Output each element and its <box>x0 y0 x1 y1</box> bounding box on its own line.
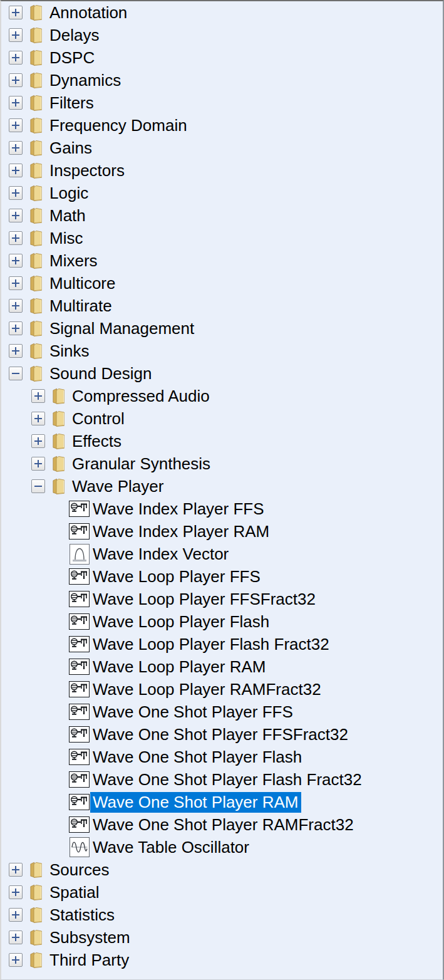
expand-button[interactable] <box>9 254 23 268</box>
tree-item-label[interactable]: Sound Design <box>47 363 154 384</box>
expand-button[interactable] <box>31 457 45 471</box>
tree-module-row[interactable]: Wave One Shot Player Flash Fract32 <box>1 768 443 791</box>
tree-item-label[interactable]: Misc <box>47 228 85 249</box>
tree-item-label[interactable]: Wave Loop Player RAM <box>90 657 268 677</box>
tree-item-label[interactable]: Wave Index Player FFS <box>90 499 267 519</box>
tree-item-label[interactable]: Wave Index Vector <box>90 544 231 565</box>
expand-button[interactable] <box>31 412 45 425</box>
tree-module-row[interactable]: Wave Loop Player Flash <box>1 610 443 633</box>
expand-button[interactable] <box>9 186 23 200</box>
tree-folder-row[interactable]: Inspectors <box>1 159 443 182</box>
tree-item-label[interactable]: Third Party <box>47 950 132 971</box>
tree-item-label[interactable]: Wave Loop Player Flash <box>90 612 272 632</box>
tree-item-label[interactable]: Math <box>47 206 88 226</box>
tree-item-label[interactable]: Mixers <box>47 251 100 271</box>
tree-folder-row[interactable]: Logic <box>1 182 443 204</box>
tree-module-row[interactable]: Wave One Shot Player RAM <box>1 791 443 813</box>
tree-module-row[interactable]: Wave Loop Player RAM <box>1 655 443 678</box>
tree-module-row[interactable]: Wave Index Player FFS <box>1 498 443 520</box>
expand-button[interactable] <box>9 863 23 877</box>
tree-module-row[interactable]: Wave Index Player RAM <box>1 520 443 543</box>
tree-item-label[interactable]: Delays <box>47 25 101 46</box>
tree-item-label[interactable]: Wave Player <box>70 476 166 497</box>
tree-folder-row[interactable]: Gains <box>1 137 443 159</box>
tree-folder-row[interactable]: Multirate <box>1 295 443 317</box>
tree-folder-row[interactable]: Effects <box>1 430 443 452</box>
tree-item-label[interactable]: Wave One Shot Player RAMFract32 <box>90 815 356 835</box>
tree-folder-row[interactable]: Sound Design <box>1 362 443 385</box>
tree-folder-row[interactable]: Subsystem <box>1 926 443 949</box>
tree-item-label[interactable]: Multirate <box>47 296 115 316</box>
tree-item-label[interactable]: Wave One Shot Player Flash <box>90 747 304 768</box>
expand-button[interactable] <box>9 953 23 967</box>
tree-item-label[interactable]: Logic <box>47 183 91 204</box>
tree-folder-row[interactable]: Annotation <box>1 1 443 24</box>
expand-button[interactable] <box>9 118 23 132</box>
tree-item-label[interactable]: Wave One Shot Player FFS <box>90 702 296 722</box>
tree-folder-row[interactable]: Statistics <box>1 904 443 926</box>
tree-folder-row[interactable]: Compressed Audio <box>1 385 443 407</box>
tree-folder-row[interactable]: Spatial <box>1 881 443 904</box>
tree-folder-row[interactable]: Mixers <box>1 249 443 272</box>
tree-folder-row[interactable]: Math <box>1 204 443 227</box>
expand-button[interactable] <box>31 434 45 448</box>
tree-module-row[interactable]: Wave One Shot Player Flash <box>1 746 443 768</box>
expand-button[interactable] <box>9 885 23 899</box>
tree-folder-row[interactable]: Multicore <box>1 272 443 295</box>
expand-button[interactable] <box>9 930 23 944</box>
tree-module-row[interactable]: Wave Index Vector <box>1 543 443 565</box>
expand-button[interactable] <box>9 164 23 177</box>
tree-folder-row[interactable]: Filters <box>1 91 443 114</box>
tree-module-row[interactable]: Wave One Shot Player FFS <box>1 701 443 723</box>
tree-folder-row[interactable]: Granular Synthesis <box>1 452 443 475</box>
expand-button[interactable] <box>9 276 23 290</box>
tree-item-label[interactable]: Control <box>70 409 127 429</box>
tree-folder-row[interactable]: Frequency Domain <box>1 114 443 137</box>
tree-folder-row[interactable]: Misc <box>1 227 443 249</box>
collapse-button[interactable] <box>31 479 45 493</box>
tree-folder-row[interactable]: Dynamics <box>1 69 443 91</box>
tree-item-label[interactable]: Sources <box>47 860 111 880</box>
tree-item-label[interactable]: Wave Index Player RAM <box>90 521 272 542</box>
tree-item-label[interactable]: Compressed Audio <box>70 386 212 407</box>
tree-folder-row[interactable]: Delays <box>1 24 443 46</box>
collapse-button[interactable] <box>9 367 23 380</box>
tree-module-row[interactable]: Wave Loop Player Flash Fract32 <box>1 633 443 655</box>
tree-item-label[interactable]: Statistics <box>47 905 117 925</box>
expand-button[interactable] <box>9 299 23 313</box>
tree-item-label[interactable]: Wave One Shot Player FFSFract32 <box>90 724 351 745</box>
expand-button[interactable] <box>9 96 23 110</box>
expand-button[interactable] <box>9 321 23 335</box>
tree-item-label[interactable]: Subsystem <box>47 927 133 948</box>
module-library-tree[interactable]: AnnotationDelaysDSPCDynamicsFiltersFrequ… <box>0 0 444 980</box>
tree-folder-row[interactable]: Signal Management <box>1 317 443 340</box>
tree-item-label[interactable]: Granular Synthesis <box>70 454 213 474</box>
tree-item-label[interactable]: Effects <box>70 431 124 452</box>
tree-module-row[interactable]: Wave One Shot Player FFSFract32 <box>1 723 443 746</box>
tree-item-label[interactable]: Gains <box>47 138 95 159</box>
tree-folder-row[interactable]: Sources <box>1 858 443 881</box>
expand-button[interactable] <box>9 141 23 155</box>
expand-button[interactable] <box>9 344 23 358</box>
tree-item-label[interactable]: Wave Loop Player FFSFract32 <box>90 589 318 610</box>
expand-button[interactable] <box>9 73 23 87</box>
tree-module-row[interactable]: Wave One Shot Player RAMFract32 <box>1 813 443 836</box>
expand-button[interactable] <box>9 908 23 922</box>
tree-item-label[interactable]: Wave Loop Player Flash Fract32 <box>90 634 332 655</box>
expand-button[interactable] <box>31 389 45 403</box>
tree-module-row[interactable]: Wave Loop Player RAMFract32 <box>1 678 443 701</box>
expand-button[interactable] <box>9 28 23 42</box>
tree-item-label[interactable]: Sinks <box>47 341 92 362</box>
tree-item-label[interactable]: Multicore <box>47 273 118 294</box>
expand-button[interactable] <box>9 231 23 245</box>
tree-folder-row[interactable]: Sinks <box>1 340 443 362</box>
tree-item-label[interactable]: Frequency Domain <box>47 115 190 136</box>
tree-folder-row[interactable]: Wave Player <box>1 475 443 498</box>
tree-folder-row[interactable]: Control <box>1 407 443 430</box>
tree-item-label[interactable]: Wave Table Oscillator <box>90 837 252 858</box>
tree-item-label[interactable]: Wave Loop Player RAMFract32 <box>90 679 324 700</box>
expand-button[interactable] <box>9 209 23 222</box>
tree-module-row[interactable]: Wave Loop Player FFS <box>1 565 443 588</box>
tree-item-label[interactable]: Inspectors <box>47 160 127 181</box>
tree-item-label[interactable]: Filters <box>47 93 96 113</box>
